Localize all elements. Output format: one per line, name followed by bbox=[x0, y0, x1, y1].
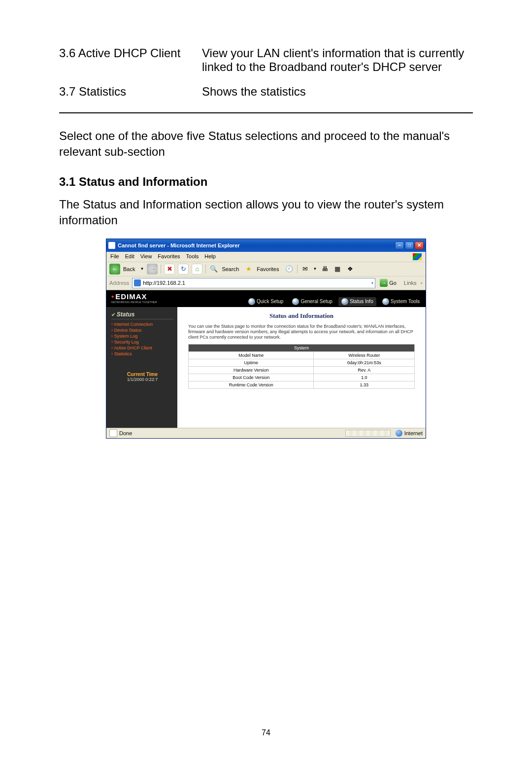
print-icon[interactable]: 🖶 bbox=[320, 264, 330, 274]
back-label[interactable]: Back bbox=[123, 266, 135, 272]
system-table: System Model NameWireless Router Uptime0… bbox=[188, 344, 415, 389]
menu-view[interactable]: View bbox=[140, 253, 152, 260]
def-desc: View your LAN client's information that … bbox=[202, 44, 473, 83]
ie-address-bar: Address http://192.168.2.1 ▾ → Go Links … bbox=[106, 276, 426, 290]
stop-button[interactable]: ✖ bbox=[164, 264, 175, 275]
menu-file[interactable]: File bbox=[110, 253, 119, 260]
menu-edit[interactable]: Edit bbox=[125, 253, 134, 260]
ie-status-bar: Done Internet bbox=[106, 428, 426, 438]
ie-menubar: File Edit View Favorites Tools Help bbox=[106, 252, 426, 262]
address-label: Address bbox=[109, 280, 129, 286]
tab-status-info[interactable]: Status Info bbox=[338, 297, 376, 306]
nav-device-status[interactable]: Device Status bbox=[111, 327, 173, 333]
back-button[interactable]: ← bbox=[109, 264, 120, 275]
table-row: Hardware VersionRev. A bbox=[189, 367, 415, 374]
windows-flag-icon bbox=[413, 253, 422, 260]
ie-page-icon bbox=[108, 242, 115, 249]
status-zone-text: Internet bbox=[404, 430, 423, 436]
page-number: 74 bbox=[0, 728, 532, 737]
def-term: 3.6 Active DHCP Client bbox=[59, 44, 202, 83]
def-term: 3.7 Statistics bbox=[59, 83, 202, 107]
home-button[interactable]: ⌂ bbox=[192, 264, 202, 275]
links-label[interactable]: Links bbox=[404, 280, 417, 286]
close-button[interactable]: ✕ bbox=[415, 241, 424, 249]
section-heading: 3.1 Status and Information bbox=[59, 175, 473, 189]
def-desc: Shows the statistics bbox=[202, 83, 473, 107]
ie-window: Cannot find server - Microsoft Internet … bbox=[106, 239, 426, 439]
nav-statistics[interactable]: Statistics bbox=[111, 351, 173, 357]
search-icon[interactable]: 🔍 bbox=[209, 264, 219, 274]
favorites-label[interactable]: Favorites bbox=[257, 266, 279, 272]
panel-title: Status and Information bbox=[188, 312, 415, 320]
table-row: Model NameWireless Router bbox=[189, 352, 415, 359]
edit-icon[interactable]: ▦ bbox=[332, 264, 342, 274]
current-time-value: 1/1/2000 0:22:7 bbox=[111, 377, 173, 382]
tab-general-setup[interactable]: General Setup bbox=[289, 297, 335, 306]
ie-title: Cannot find server - Microsoft Internet … bbox=[118, 242, 395, 248]
divider bbox=[59, 112, 473, 113]
mail-icon[interactable]: ✉ bbox=[300, 264, 310, 274]
done-icon bbox=[109, 429, 117, 437]
nav-system-log[interactable]: System Log bbox=[111, 333, 173, 339]
panel-description: You can use the Status page to monitor t… bbox=[188, 324, 415, 341]
ie-page-icon bbox=[134, 279, 141, 286]
tab-system-tools[interactable]: System Tools bbox=[379, 297, 423, 306]
refresh-button[interactable]: ↻ bbox=[178, 264, 189, 275]
menu-help[interactable]: Help bbox=[204, 253, 216, 260]
tab-quick-setup[interactable]: Quick Setup bbox=[245, 297, 286, 306]
go-arrow-icon: → bbox=[380, 279, 388, 287]
separator-icon bbox=[161, 265, 161, 274]
ie-toolbar: ← Back ▼ → ✖ ↻ ⌂ 🔍 Search ★ Favorites 🕘 … bbox=[106, 262, 426, 276]
sidebar-nav: Internet Connection Device Status System… bbox=[111, 321, 173, 357]
edimax-logo: •EDIMAX bbox=[111, 292, 147, 301]
nav-active-dhcp-client[interactable]: Active DHCP Client bbox=[111, 345, 173, 351]
messenger-icon[interactable]: ❖ bbox=[345, 264, 355, 274]
edimax-tagline: NETWORKING PEOPLE TOGETHER bbox=[111, 301, 157, 304]
router-page: •EDIMAX NETWORKING PEOPLE TOGETHER Quick… bbox=[106, 290, 426, 438]
table-row: 3.7 Statistics Shows the statistics bbox=[59, 83, 473, 107]
forward-button[interactable]: → bbox=[147, 264, 158, 275]
progress-indicator bbox=[345, 430, 391, 437]
status-done-text: Done bbox=[119, 430, 132, 436]
instruction-text: Select one of the above five Status sele… bbox=[59, 128, 473, 160]
router-main-panel: Status and Information You can use the S… bbox=[177, 307, 426, 428]
separator-icon bbox=[297, 265, 298, 274]
minimize-button[interactable]: – bbox=[395, 241, 404, 249]
current-time-label: Current Time bbox=[111, 372, 173, 377]
history-icon[interactable]: 🕘 bbox=[284, 264, 294, 274]
table-row: Uptime0day:0h:21m:53s bbox=[189, 359, 415, 367]
router-sidebar: Status Internet Connection Device Status… bbox=[106, 307, 177, 428]
address-input[interactable]: http://192.168.2.1 ▾ bbox=[132, 278, 375, 288]
separator-icon bbox=[205, 265, 206, 274]
table-row: Boot Code Version1.0 bbox=[189, 374, 415, 381]
url-text: http://192.168.2.1 bbox=[143, 280, 185, 286]
menu-favorites[interactable]: Favorites bbox=[158, 253, 180, 260]
section-body: The Status and Information section allow… bbox=[59, 197, 473, 229]
nav-security-log[interactable]: Security Log bbox=[111, 339, 173, 345]
nav-internet-connection[interactable]: Internet Connection bbox=[111, 321, 173, 327]
table-row: Runtime Code Version1.33 bbox=[189, 381, 415, 389]
go-label: Go bbox=[389, 280, 397, 286]
definition-table: 3.6 Active DHCP Client View your LAN cli… bbox=[59, 44, 473, 107]
search-label[interactable]: Search bbox=[222, 266, 239, 272]
menu-tools[interactable]: Tools bbox=[186, 253, 199, 260]
internet-zone-icon bbox=[396, 430, 402, 437]
favorites-icon[interactable]: ★ bbox=[244, 264, 254, 274]
system-table-header: System bbox=[189, 344, 415, 352]
ie-titlebar: Cannot find server - Microsoft Internet … bbox=[106, 239, 426, 252]
table-row: 3.6 Active DHCP Client View your LAN cli… bbox=[59, 44, 473, 83]
go-button[interactable]: → Go bbox=[378, 279, 398, 287]
maximize-button[interactable]: □ bbox=[405, 241, 414, 249]
router-header: •EDIMAX NETWORKING PEOPLE TOGETHER Quick… bbox=[106, 290, 426, 307]
sidebar-heading: Status bbox=[111, 311, 173, 319]
